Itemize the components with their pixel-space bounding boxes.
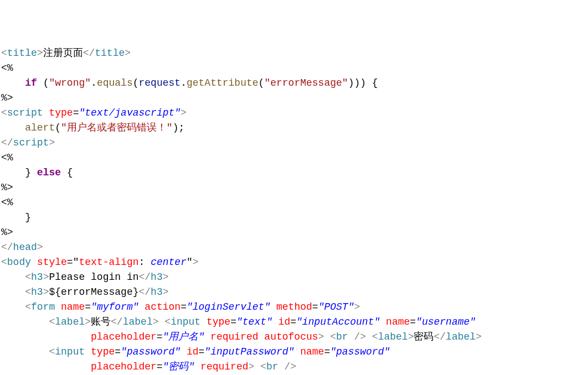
code-line: %> [1,227,13,238]
code-line: <form name="myform" action="loginServlet… [1,301,360,312]
code-line: <h3>Please login in</h3> [1,272,169,283]
code-line: <body style="text-align: center"> [1,257,199,268]
code-line: <script type="text/javascript"> [1,107,187,118]
code-line: placeholder="密码" required> <br /> [1,361,296,372]
code-line: <% [1,152,13,163]
code-line: alert("用户名或者密码错误！"); [1,122,184,133]
code-line: </script> [1,137,55,148]
code-block: <title>注册页面</title> <% if ("wrong".equal… [1,46,588,375]
code-line: placeholder="用户名" required autofocus> <b… [1,331,482,342]
code-line: if ("wrong".equals(request.getAttribute(… [1,77,378,88]
code-line: </head> [1,242,43,253]
code-line: } [1,212,31,223]
code-line: <% [1,62,13,74]
code-line: } else { [1,167,73,178]
code-line: <% [1,197,13,208]
code-line: <h3>${errorMessage}</h3> [1,287,169,298]
code-line: %> [1,182,13,193]
code-line: <input type="password" id="inputPassword… [1,346,390,357]
code-line: %> [1,92,13,103]
code-line: <label>账号</label> <input type="text" id=… [1,316,476,327]
code-line: <title>注册页面</title> [1,48,131,59]
